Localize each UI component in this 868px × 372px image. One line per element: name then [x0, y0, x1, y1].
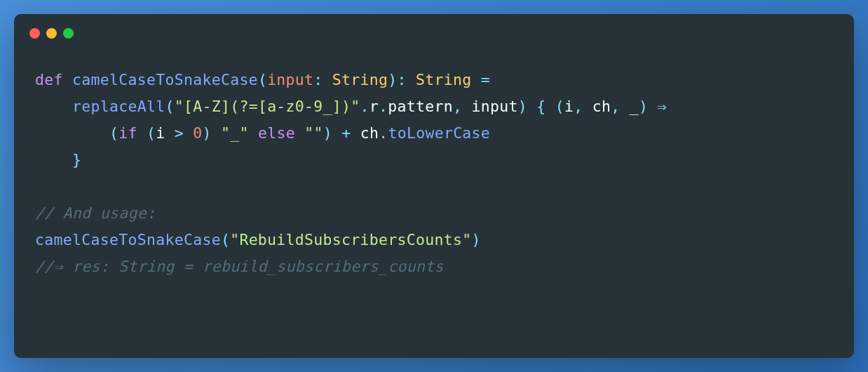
code-content: def camelCaseToSnakeCase(input: String):…	[14, 46, 854, 294]
close-icon[interactable]	[29, 28, 40, 39]
token-keyword: else	[258, 124, 295, 142]
token-string: "RebuildSubscribersCounts"	[230, 231, 471, 248]
token-type: String	[332, 71, 388, 88]
token-comment: // And usage:	[35, 204, 156, 222]
token-string: "_"	[221, 124, 249, 142]
token-fn: camelCaseToSnakeCase	[35, 231, 221, 248]
token-keyword: def	[35, 71, 63, 88]
token-number: 0	[193, 124, 202, 142]
code-line-6: // And usage:	[35, 204, 156, 222]
token-string: "[A-Z](?=[a-z0-9_])"	[175, 98, 360, 115]
token-comment: //⇒ res: String = rebuild_subscribers_co…	[35, 258, 444, 275]
code-line-8: //⇒ res: String = rebuild_subscribers_co…	[35, 258, 444, 275]
token-string: ""	[304, 124, 323, 142]
token-arrow: ⇒	[658, 98, 667, 115]
code-line-1: def camelCaseToSnakeCase(input: String):…	[35, 71, 490, 88]
titlebar	[14, 14, 854, 46]
code-line-4: }	[35, 151, 81, 168]
code-line-7: camelCaseToSnakeCase("RebuildSubscribers…	[35, 231, 481, 248]
token-param: input	[267, 71, 313, 88]
minimize-icon[interactable]	[46, 28, 57, 39]
token-keyword: if	[118, 124, 137, 142]
code-window: def camelCaseToSnakeCase(input: String):…	[14, 14, 854, 358]
code-line-3: (if (i > 0) "_" else "") + ch.toLowerCas…	[35, 124, 490, 142]
token-fn: camelCaseToSnakeCase	[72, 71, 258, 88]
token-fn: replaceAll	[72, 98, 165, 115]
maximize-icon[interactable]	[63, 28, 74, 39]
token-member: toLowerCase	[388, 124, 490, 142]
code-line-2: replaceAll("[A-Z](?=[a-z0-9_])".r.patter…	[35, 98, 676, 115]
